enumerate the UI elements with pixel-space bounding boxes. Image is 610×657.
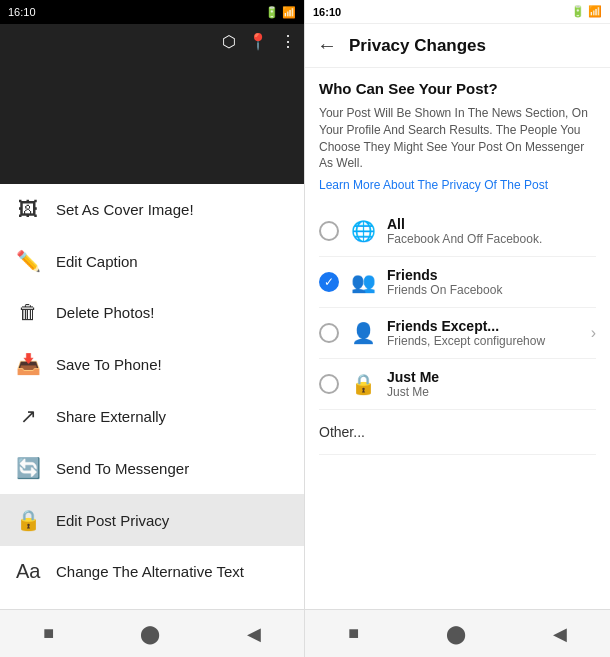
privacy-question: Who Can See Your Post? <box>319 80 596 97</box>
just-me-icon: 🔒 <box>351 372 375 396</box>
left-panel: 16:10 🔋 📶 ⬡ 📍 ⋮ 🖼Set As Cover Image!✏️Ed… <box>0 0 305 657</box>
right-nav-home[interactable]: ⬤ <box>446 623 466 645</box>
alt-icon: Aa <box>16 560 40 583</box>
radio-friends-except[interactable] <box>319 323 339 343</box>
just-me-sub: Just Me <box>387 385 596 399</box>
radio-all[interactable] <box>319 221 339 241</box>
menu-item-cover[interactable]: 🖼Set As Cover Image! <box>0 184 304 235</box>
right-status-bar: 16:10 🔋 📶 <box>305 0 610 24</box>
friends-text: FriendsFriends On Facebook <box>387 267 596 297</box>
cover-label: Set As Cover Image! <box>56 201 194 218</box>
right-panel: 16:10 🔋 📶 ← Privacy Changes Who Can See … <box>305 0 610 657</box>
other-option[interactable]: Other... <box>319 410 596 455</box>
back-button[interactable]: ← <box>317 34 337 57</box>
menu-list: 🖼Set As Cover Image!✏️Edit Caption🗑Delet… <box>0 184 304 609</box>
share-label: Share Externally <box>56 408 166 425</box>
right-nav-stop[interactable]: ■ <box>348 623 359 644</box>
friends-except-text: Friends Except...Friends, Except configu… <box>387 318 579 348</box>
friends-except-icon: 👤 <box>351 321 375 345</box>
save-label: Save To Phone! <box>56 356 162 373</box>
all-icon: 🌐 <box>351 219 375 243</box>
option-all[interactable]: 🌐AllFacebook And Off Facebook. <box>319 206 596 257</box>
delete-label: Delete Photos! <box>56 304 154 321</box>
all-sub: Facebook And Off Facebook. <box>387 232 596 246</box>
option-just-me[interactable]: 🔒Just MeJust Me <box>319 359 596 410</box>
privacy-content: Who Can See Your Post? Your Post Will Be… <box>305 68 610 609</box>
friends-sub: Friends On Facebook <box>387 283 596 297</box>
messenger-label: Send To Messenger <box>56 460 189 477</box>
right-title: Privacy Changes <box>349 36 486 56</box>
menu-item-share[interactable]: ↗Share Externally <box>0 390 304 442</box>
privacy-link[interactable]: Learn More About The Privacy Of The Post <box>319 178 596 192</box>
friends-except-title: Friends Except... <box>387 318 579 334</box>
privacy-description: Your Post Will Be Shown In The News Sect… <box>319 105 596 172</box>
tag-icon[interactable]: ⬡ <box>222 32 236 51</box>
menu-item-privacy[interactable]: 🔒Edit Post Privacy <box>0 494 304 546</box>
right-status-icons: 🔋 📶 <box>571 5 602 18</box>
just-me-title: Just Me <box>387 369 596 385</box>
options-list: 🌐AllFacebook And Off Facebook.👥FriendsFr… <box>319 206 596 410</box>
location-icon[interactable]: 📍 <box>248 32 268 51</box>
menu-item-save[interactable]: 📥Save To Phone! <box>0 338 304 390</box>
messenger-icon: 🔄 <box>16 456 40 480</box>
friends-icon: 👥 <box>351 270 375 294</box>
left-nav-stop[interactable]: ■ <box>43 623 54 644</box>
radio-just-me[interactable] <box>319 374 339 394</box>
menu-item-delete[interactable]: 🗑Delete Photos! <box>0 287 304 338</box>
caption-icon: ✏️ <box>16 249 40 273</box>
more-icon[interactable]: ⋮ <box>280 32 296 51</box>
all-title: All <box>387 216 596 232</box>
right-header: ← Privacy Changes <box>305 24 610 68</box>
right-nav-back[interactable]: ◀ <box>553 623 567 645</box>
left-nav-home[interactable]: ⬤ <box>140 623 160 645</box>
cover-icon: 🖼 <box>16 198 40 221</box>
friends-except-sub: Friends, Except configurehow <box>387 334 579 348</box>
menu-item-messenger[interactable]: 🔄Send To Messenger <box>0 442 304 494</box>
left-status-bar: 16:10 🔋 📶 <box>0 0 304 24</box>
menu-item-alt[interactable]: AaChange The Alternative Text <box>0 546 304 597</box>
menu-item-caption[interactable]: ✏️Edit Caption <box>0 235 304 287</box>
left-status-icons: 🔋 📶 <box>265 6 296 19</box>
privacy-icon: 🔒 <box>16 508 40 532</box>
all-text: AllFacebook And Off Facebook. <box>387 216 596 246</box>
right-nav-bar: ■ ⬤ ◀ <box>305 609 610 657</box>
friends-except-arrow: › <box>591 324 596 342</box>
alt-label: Change The Alternative Text <box>56 563 244 580</box>
just-me-text: Just MeJust Me <box>387 369 596 399</box>
caption-label: Edit Caption <box>56 253 138 270</box>
save-icon: 📥 <box>16 352 40 376</box>
right-time: 16:10 <box>313 6 341 18</box>
share-icon: ↗ <box>16 404 40 428</box>
option-friends-except[interactable]: 👤Friends Except...Friends, Except config… <box>319 308 596 359</box>
left-time: 16:10 <box>8 6 36 18</box>
radio-friends[interactable] <box>319 272 339 292</box>
privacy-label: Edit Post Privacy <box>56 512 169 529</box>
option-friends[interactable]: 👥FriendsFriends On Facebook <box>319 257 596 308</box>
photo-action-icons: ⬡ 📍 ⋮ <box>222 32 296 51</box>
friends-title: Friends <box>387 267 596 283</box>
left-nav-bar: ■ ⬤ ◀ <box>0 609 304 657</box>
left-nav-back[interactable]: ◀ <box>247 623 261 645</box>
delete-icon: 🗑 <box>16 301 40 324</box>
photo-area: ⬡ 📍 ⋮ <box>0 24 304 184</box>
